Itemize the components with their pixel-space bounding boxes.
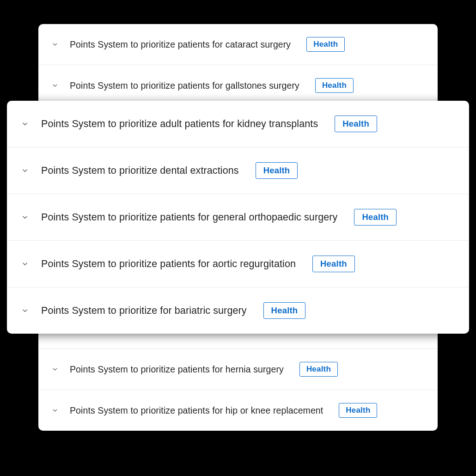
accordion-row[interactable]: Points System to prioritize patients for…: [38, 24, 438, 65]
accordion-title: Points System to prioritize patients for…: [41, 258, 296, 270]
category-tag[interactable]: Health: [256, 162, 298, 179]
category-tag[interactable]: Health: [354, 209, 397, 226]
accordion-title: Points System to prioritize patients for…: [41, 212, 337, 223]
accordion-row[interactable]: Points System to prioritize patients for…: [7, 241, 469, 287]
chevron-down-icon: [51, 41, 59, 48]
category-tag[interactable]: Health: [312, 256, 355, 272]
chevron-down-icon: [51, 82, 59, 89]
accordion-title: Points System to prioritize adult patien…: [41, 118, 318, 130]
accordion-title: Points System to prioritize patients for…: [70, 39, 291, 50]
accordion-title: Points System to prioritize patients for…: [70, 364, 284, 375]
category-tag[interactable]: Health: [339, 403, 377, 418]
chevron-down-icon: [21, 166, 29, 175]
chevron-down-icon: [21, 260, 29, 268]
accordion-row[interactable]: Points System to prioritize dental extra…: [7, 147, 469, 194]
chevron-down-icon: [21, 120, 29, 128]
category-tag[interactable]: Health: [299, 362, 338, 377]
accordion-row[interactable]: Points System to prioritize for bariatri…: [7, 287, 469, 334]
chevron-down-icon: [51, 366, 59, 373]
accordion-card-front: Points System to prioritize adult patien…: [7, 101, 469, 334]
accordion-row[interactable]: Points System to prioritize patients for…: [38, 390, 438, 431]
category-tag[interactable]: Health: [263, 302, 306, 319]
category-tag[interactable]: Health: [335, 116, 377, 132]
category-tag[interactable]: Health: [315, 78, 354, 93]
accordion-row[interactable]: Points System to prioritize patients for…: [38, 65, 438, 106]
chevron-down-icon: [21, 306, 29, 315]
accordion-title: Points System to prioritize patients for…: [70, 405, 323, 416]
chevron-down-icon: [51, 407, 59, 414]
accordion-title: Points System to prioritize dental extra…: [41, 165, 239, 177]
category-tag[interactable]: Health: [306, 37, 345, 52]
chevron-down-icon: [21, 213, 29, 221]
accordion-row[interactable]: Points System to prioritize adult patien…: [7, 101, 469, 147]
accordion-row[interactable]: Points System to prioritize patients for…: [38, 349, 438, 390]
accordion-row[interactable]: Points System to prioritize patients for…: [7, 194, 469, 241]
accordion-title: Points System to prioritize patients for…: [70, 80, 299, 91]
accordion-title: Points System to prioritize for bariatri…: [41, 305, 247, 317]
